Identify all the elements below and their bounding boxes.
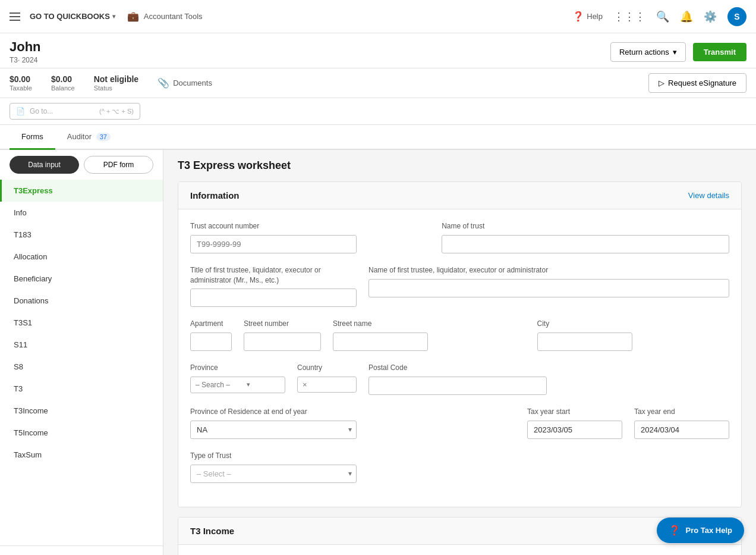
chevron-down-icon: ▾	[673, 48, 677, 57]
briefcase-icon: 💼	[127, 11, 139, 22]
province-search-select[interactable]: ▾	[190, 377, 285, 393]
name-of-trust-input[interactable]	[442, 235, 729, 253]
goto-shortcut: (^ + ⌥ + S)	[99, 108, 134, 115]
main-tabs: Forms Auditor 37	[0, 125, 756, 150]
country-label: Country	[297, 363, 357, 373]
apartment-field: Apartment	[190, 319, 232, 351]
sidebar-item-taxsum[interactable]: TaxSum	[0, 444, 163, 466]
client-name: John	[10, 39, 610, 55]
apps-button[interactable]: ⋮⋮⋮	[613, 10, 645, 23]
transmit-label: Transmit	[704, 48, 736, 57]
goto-quickbooks-button[interactable]: GO TO QUICKBOOKS ▾	[30, 12, 115, 21]
sidebar-item-t3[interactable]: T3	[0, 378, 163, 400]
province-label: Province	[190, 363, 285, 373]
form-row-trust: Trust account number Name of trust	[190, 221, 729, 253]
apartment-label: Apartment	[190, 319, 232, 329]
goto-quickbooks-label: GO TO QUICKBOOKS	[30, 12, 110, 21]
return-actions-label: Return actions	[619, 48, 669, 57]
taxable-stat: $0.00 Taxable	[10, 74, 32, 92]
t3-income-section: T3 Income View details Description Slip …	[178, 517, 742, 555]
street-number-label: Street number	[244, 319, 321, 329]
sidebar-footer: Add new form, slip or letter	[0, 545, 163, 555]
help-button[interactable]: ❓ Help	[572, 11, 603, 22]
pro-tax-help-button[interactable]: ❓ Pro Tax Help	[657, 518, 744, 543]
form-row-trust-type: Type of Trust – Select –	[190, 451, 729, 483]
t3-income-section-body: Description Slip #1 Slip #2 Slip #3	[178, 545, 741, 555]
left-sidebar: Data input PDF form T3Express Info T183 …	[0, 150, 163, 555]
street-name-field: Street name	[333, 319, 525, 351]
pdf-form-button[interactable]: PDF form	[84, 156, 153, 174]
title-trustee-input[interactable]	[190, 289, 357, 307]
sidebar-item-t5income[interactable]: T5Income	[0, 422, 163, 444]
return-actions-button[interactable]: Return actions ▾	[610, 42, 686, 62]
sidebar-item-label: Allocation	[14, 252, 47, 261]
sidebar-item-donations[interactable]: Donations	[0, 290, 163, 312]
data-input-button[interactable]: Data input	[10, 156, 79, 174]
settings-button[interactable]: ⚙️	[704, 10, 717, 23]
taxable-label: Taxable	[10, 84, 32, 92]
sidebar-item-label: S8	[14, 362, 23, 371]
tax-year-start-label: Tax year start	[527, 407, 622, 417]
tab-forms-label: Forms	[21, 132, 43, 141]
sidebar-item-label: Donations	[14, 296, 49, 305]
trust-account-number-field: Trust account number	[190, 221, 430, 253]
tax-year-end-label: Tax year end	[634, 407, 729, 417]
sidebar-item-s11[interactable]: S11	[0, 334, 163, 356]
sidebar-item-label: T3S1	[14, 318, 32, 327]
user-avatar[interactable]: S	[727, 7, 746, 26]
tab-forms[interactable]: Forms	[10, 125, 55, 150]
tax-year-end-input[interactable]	[634, 421, 729, 439]
tab-auditor[interactable]: Auditor 37	[55, 125, 122, 150]
name-trustee-input[interactable]	[368, 279, 729, 297]
information-view-details-link[interactable]: View details	[688, 191, 729, 200]
pro-tax-help-label: Pro Tax Help	[685, 526, 732, 535]
sidebar-item-allocation[interactable]: Allocation	[0, 246, 163, 268]
tax-year: T3· 2024	[10, 56, 610, 64]
sidebar-item-info[interactable]: Info	[0, 202, 163, 224]
province-field: Province ▾	[190, 363, 285, 393]
sidebar-item-label: T183	[14, 230, 32, 239]
province-residence-select[interactable]: NA	[190, 421, 357, 439]
documents-item[interactable]: 📎 Documents	[158, 77, 212, 89]
taxable-value: $0.00	[10, 74, 32, 84]
goto-input-wrapper[interactable]: 📄 Go to... (^ + ⌥ + S)	[10, 103, 140, 120]
request-esignature-button[interactable]: ▷ Request eSignature	[648, 73, 746, 93]
sidebar-item-t3s1[interactable]: T3S1	[0, 312, 163, 334]
hamburger-icon[interactable]	[10, 12, 20, 21]
street-number-field: Street number	[244, 319, 321, 351]
sidebar-item-t3express[interactable]: T3Express	[0, 180, 163, 202]
street-name-label: Street name	[333, 319, 525, 329]
tax-year-start-input[interactable]	[527, 421, 622, 439]
information-section-header: Information View details	[178, 182, 741, 209]
postal-code-label: Postal Code	[368, 363, 729, 373]
sidebar-item-t3income[interactable]: T3Income	[0, 400, 163, 422]
search-button[interactable]: 🔍	[656, 10, 669, 23]
transmit-button[interactable]: Transmit	[693, 43, 746, 61]
city-field: City	[537, 319, 730, 351]
top-nav: GO TO QUICKBOOKS ▾ 💼 Accountant Tools ❓ …	[0, 0, 756, 33]
notifications-button[interactable]: 🔔	[680, 10, 693, 23]
province-residence-label: Province of Residence at end of year	[190, 407, 515, 417]
province-search-input[interactable]	[196, 381, 243, 389]
goto-bar: 📄 Go to... (^ + ⌥ + S)	[0, 98, 756, 125]
postal-code-input[interactable]	[368, 377, 547, 395]
name-of-trust-label: Name of trust	[442, 221, 729, 231]
province-residence-field: Province of Residence at end of year NA	[190, 407, 515, 439]
tab-auditor-label: Auditor	[67, 132, 92, 141]
chevron-down-icon: ▾	[112, 13, 115, 20]
type-of-trust-select[interactable]: – Select –	[190, 465, 357, 483]
sidebar-item-s8[interactable]: S8	[0, 356, 163, 378]
trust-account-number-input[interactable]	[190, 235, 357, 253]
auditor-badge: 37	[96, 133, 111, 141]
apartment-input[interactable]	[190, 333, 232, 351]
form-row-trustee: Title of first trustee, liquidator, exec…	[190, 265, 729, 308]
country-select[interactable]: ×	[297, 377, 357, 393]
information-section-body: Trust account number Name of trust Title…	[178, 209, 741, 507]
city-input[interactable]	[537, 333, 632, 351]
paperclip-icon: 📎	[158, 77, 169, 89]
street-name-input[interactable]	[333, 333, 428, 351]
close-icon[interactable]: ×	[303, 380, 307, 389]
sidebar-item-beneficiary[interactable]: Beneficiary	[0, 268, 163, 290]
street-number-input[interactable]	[244, 333, 321, 351]
sidebar-item-t183[interactable]: T183	[0, 224, 163, 246]
